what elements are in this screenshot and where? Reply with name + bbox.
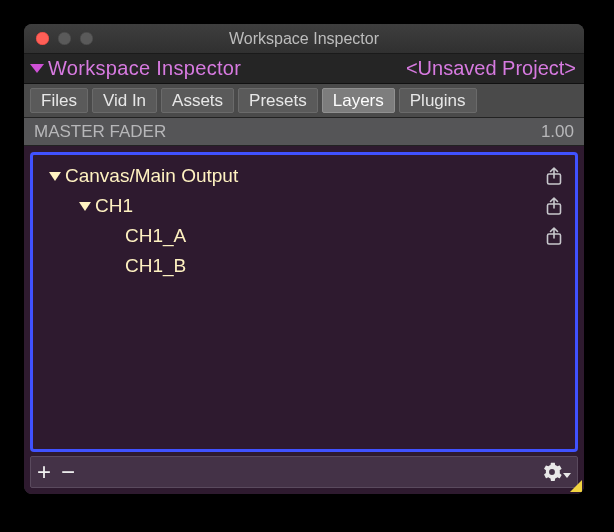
tab-layers[interactable]: Layers [322,88,395,113]
tab-files[interactable]: Files [30,88,88,113]
disclosure-triangle-icon[interactable] [30,64,44,73]
inspector-header: Workspace Inspector <Unsaved Project> [24,54,584,84]
titlebar: Workspace Inspector [24,24,584,54]
tree-row-canvas[interactable]: Canvas/Main Output [41,161,567,191]
layers-panel: Canvas/Main Output CH1 [24,146,584,494]
tree-label: Canvas/Main Output [65,165,238,187]
chevron-down-icon[interactable] [49,172,61,181]
tab-plugins[interactable]: Plugins [399,88,477,113]
master-fader-label: MASTER FADER [34,122,166,142]
tree-label: CH1_A [125,225,186,247]
add-layer-button[interactable]: + [37,460,51,484]
close-window-button[interactable] [36,32,49,45]
master-fader[interactable]: MASTER FADER 1.00 [24,118,584,146]
window-controls [24,32,93,45]
project-name: <Unsaved Project> [406,57,576,80]
minimize-window-button[interactable] [58,32,71,45]
master-fader-value: 1.00 [541,122,574,142]
tree-row-ch1[interactable]: CH1 [41,191,567,221]
share-icon[interactable] [545,166,563,186]
share-icon[interactable] [545,226,563,246]
tab-presets[interactable]: Presets [238,88,318,113]
gear-icon [542,462,562,482]
inspector-title: Workspace Inspector [48,57,241,80]
tree-label: CH1 [95,195,133,217]
tab-vid-in[interactable]: Vid In [92,88,157,113]
remove-layer-button[interactable]: − [61,460,75,484]
tab-bar: Files Vid In Assets Presets Layers Plugi… [24,84,584,118]
window-title: Workspace Inspector [24,30,584,48]
tree-row-ch1a[interactable]: CH1_A [41,221,567,251]
chevron-down-icon[interactable] [79,202,91,211]
tree-label: CH1_B [125,255,186,277]
zoom-window-button[interactable] [80,32,93,45]
inspector-window: Workspace Inspector Workspace Inspector … [24,24,584,494]
layer-toolbar: + − [30,456,578,488]
dropdown-arrow-icon [563,473,571,478]
layer-tree[interactable]: Canvas/Main Output CH1 [30,152,578,452]
resize-handle-icon[interactable] [570,480,582,492]
share-icon[interactable] [545,196,563,216]
layer-options-button[interactable] [542,462,571,482]
tab-assets[interactable]: Assets [161,88,234,113]
tree-row-ch1b[interactable]: CH1_B [41,251,567,281]
